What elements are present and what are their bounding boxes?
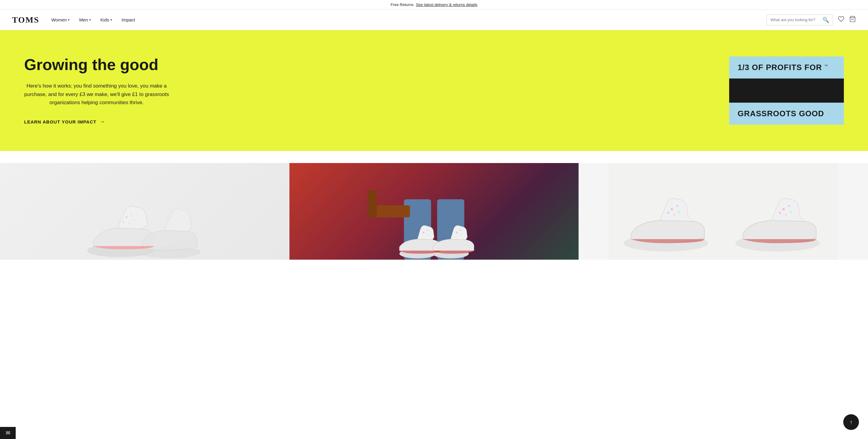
search-box[interactable]: 🔍 bbox=[767, 14, 833, 25]
svg-point-3 bbox=[130, 214, 132, 215]
nav-men-label: Men bbox=[79, 17, 88, 22]
products-section bbox=[0, 151, 868, 260]
hero-content: Growing the good Here's how it works: yo… bbox=[24, 56, 169, 125]
shoe-image-right bbox=[579, 163, 868, 260]
nav-item-women[interactable]: Women ▾ bbox=[51, 17, 69, 22]
graphic-block: 1/3 OF PROFITS FOR ™ GRASSROOTS GOOD bbox=[729, 56, 844, 124]
svg-point-25 bbox=[674, 214, 676, 216]
svg-point-14 bbox=[427, 230, 428, 231]
cta-label: LEARN ABOUT YOUR IMPACT bbox=[24, 119, 96, 124]
delivery-link[interactable]: See latest delivery & returns details bbox=[416, 2, 477, 7]
logo[interactable]: TOMS bbox=[12, 15, 39, 25]
hero-title: Growing the good bbox=[24, 56, 169, 74]
top-bar: Free Returns See latest delivery & retur… bbox=[0, 0, 868, 10]
hero-description: Here's how it works: you find something … bbox=[24, 82, 169, 107]
svg-point-19 bbox=[461, 234, 462, 235]
free-returns-label: Free Returns bbox=[391, 2, 413, 7]
graphic-text-3: GRASSROOTS GOOD bbox=[738, 109, 824, 118]
nav-item-kids[interactable]: Kids ▾ bbox=[100, 17, 112, 22]
wishlist-nav-icon[interactable] bbox=[838, 16, 844, 24]
product-illustration-middle bbox=[289, 163, 579, 260]
svg-point-22 bbox=[671, 208, 673, 210]
graphic-row-3: GRASSROOTS GOOD bbox=[729, 103, 844, 125]
nav-right: 🔍 bbox=[767, 14, 856, 25]
svg-point-23 bbox=[677, 205, 679, 207]
shoe-illustration-left bbox=[81, 181, 208, 260]
svg-point-5 bbox=[128, 223, 129, 224]
product-item-right bbox=[579, 163, 868, 260]
navigation: TOMS Women ▾ Men ▾ Kids ▾ Impact 🔍 bbox=[0, 10, 868, 30]
nav-item-impact[interactable]: Impact bbox=[122, 17, 135, 22]
graphic-text-1: 1/3 OF PROFITS FOR bbox=[738, 63, 822, 72]
graphic-row-1: 1/3 OF PROFITS FOR ™ bbox=[729, 56, 844, 79]
svg-point-24 bbox=[678, 211, 680, 213]
svg-point-32 bbox=[779, 212, 781, 214]
shoe-image-left bbox=[0, 163, 289, 260]
trademark-icon: ™ bbox=[825, 64, 828, 68]
chevron-down-icon: ▾ bbox=[68, 18, 69, 22]
svg-point-28 bbox=[783, 208, 785, 210]
svg-point-13 bbox=[423, 232, 424, 233]
products-row bbox=[0, 163, 868, 260]
svg-point-18 bbox=[460, 230, 461, 231]
svg-point-6 bbox=[123, 221, 124, 223]
cart-icon[interactable] bbox=[849, 16, 856, 24]
shoe-image-middle bbox=[289, 163, 579, 260]
shoe-illustration-right bbox=[579, 163, 868, 260]
svg-point-29 bbox=[788, 205, 790, 207]
chevron-down-icon: ▾ bbox=[89, 18, 91, 22]
learn-impact-link[interactable]: LEARN ABOUT YOUR IMPACT → bbox=[24, 119, 169, 125]
product-item-middle bbox=[289, 163, 579, 260]
graphic-row-2 bbox=[729, 79, 844, 103]
chevron-down-icon: ▾ bbox=[111, 18, 112, 22]
svg-rect-11 bbox=[368, 190, 377, 217]
arrow-icon: → bbox=[99, 119, 105, 125]
nav-item-men[interactable]: Men ▾ bbox=[79, 17, 91, 22]
search-input[interactable] bbox=[771, 18, 820, 22]
svg-point-30 bbox=[790, 211, 792, 213]
hero-banner: Growing the good Here's how it works: yo… bbox=[0, 30, 868, 151]
svg-point-2 bbox=[126, 216, 127, 218]
svg-point-4 bbox=[133, 219, 135, 221]
nav-kids-label: Kids bbox=[100, 17, 109, 22]
svg-point-31 bbox=[785, 214, 787, 216]
svg-point-15 bbox=[427, 234, 429, 235]
svg-point-17 bbox=[456, 232, 458, 233]
nav-women-label: Women bbox=[51, 17, 67, 22]
search-icon[interactable]: 🔍 bbox=[823, 17, 829, 23]
nav-impact-label: Impact bbox=[122, 17, 135, 22]
product-item-left bbox=[0, 163, 289, 260]
svg-point-26 bbox=[668, 212, 670, 214]
nav-links: Women ▾ Men ▾ Kids ▾ Impact bbox=[51, 17, 135, 22]
